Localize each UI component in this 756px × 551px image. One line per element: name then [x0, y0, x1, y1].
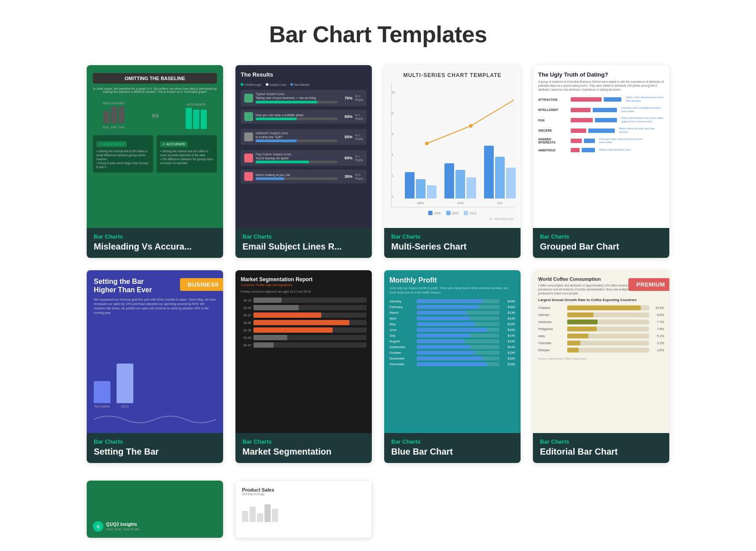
card-footer-monthly: Bar Charts Blue Bar Chart [384, 433, 521, 463]
card-thumb-editorial: PREMIUM World Coffee Consumption Coffee … [533, 270, 669, 433]
card-email[interactable]: The Results Clickthrough Subject Line Ne… [235, 65, 372, 258]
svg-point-1 [469, 124, 473, 128]
q1-title: Q1/Q2 Insights [106, 522, 139, 527]
business-badge: BUSINESS [180, 278, 223, 291]
card-footer-setting: Bar Charts Setting The Bar [87, 433, 223, 463]
card-title: Grouped Bar Chart [540, 242, 662, 252]
svg-point-0 [425, 142, 429, 145]
card-thumb-dating: The Ugly Truth of Dating? A group of stu… [533, 65, 669, 228]
card-title: Setting The Bar [94, 447, 216, 457]
product-sub: Monthly Average [242, 492, 365, 496]
card-title: Email Subject Lines R... [242, 242, 365, 252]
card-category: Bar Charts [242, 438, 365, 445]
card-title: Blue Bar Chart [391, 447, 514, 457]
card-thumb-email: The Results Clickthrough Subject Line Ne… [235, 65, 372, 228]
card-setting[interactable]: BUSINESS Setting the BarHigher Than Ever… [87, 270, 223, 463]
page-title: Bar Chart Templates [0, 0, 756, 65]
card-footer-market: Bar Charts Market Segmentation [235, 433, 372, 463]
card-multiseries[interactable]: MULTI-SERIES CHART TEMPLATE 0 2 4 6 8 10 [384, 65, 521, 258]
q1-sub: Year Over Year Profit [106, 527, 139, 531]
card-footer-email: Bar Charts Email Subject Lines R... [235, 228, 372, 258]
card-footer-editorial: Bar Charts Editorial Bar Chart [533, 433, 669, 463]
card-thumb-multiseries: MULTI-SERIES CHART TEMPLATE 0 2 4 6 8 10 [384, 65, 521, 228]
cards-grid: OMITTING THE BASELINE In most cases, the… [0, 65, 756, 481]
product-title: Product Sales [242, 487, 365, 492]
card-category: Bar Charts [391, 438, 514, 445]
card-category: Bar Charts [94, 438, 216, 445]
card-category: Bar Charts [94, 233, 216, 240]
card-category: Bar Charts [540, 233, 662, 240]
card-title: Multi-Series Chart [391, 242, 514, 252]
card-category: Bar Charts [391, 233, 514, 240]
card-category: Bar Charts [242, 233, 365, 240]
card-thumb-monthly: Monthly Profit June was our lowest month… [384, 270, 521, 433]
premium-badge: PREMIUM [628, 278, 669, 291]
partial-cards-grid: Q Q1/Q2 Insights Year Over Year Profit P… [0, 481, 756, 551]
card-footer-misleading: Bar Charts Misleading Vs Accura... [87, 228, 223, 258]
card-editorial[interactable]: PREMIUM World Coffee Consumption Coffee … [533, 270, 669, 463]
card-footer-multiseries: Bar Charts Multi-Series Chart [384, 228, 521, 258]
partial-card-product[interactable]: Product Sales Monthly Average [235, 481, 372, 538]
card-thumb-market: Market Segmentation Report Consumer Prof… [235, 270, 372, 433]
card-monthly[interactable]: Monthly Profit June was our lowest month… [384, 270, 521, 463]
card-category: Bar Charts [540, 438, 662, 445]
partial-card-q1[interactable]: Q Q1/Q2 Insights Year Over Year Profit [87, 481, 223, 538]
card-misleading[interactable]: OMITTING THE BASELINE In most cases, the… [87, 65, 223, 258]
card-dating[interactable]: The Ugly Truth of Dating? A group of stu… [533, 65, 669, 258]
card-market[interactable]: Market Segmentation Report Consumer Prof… [235, 270, 372, 463]
card-title: Editorial Bar Chart [540, 447, 662, 457]
card-footer-dating: Bar Charts Grouped Bar Chart [533, 228, 669, 258]
card-thumb-misleading: OMITTING THE BASELINE In most cases, the… [87, 65, 223, 228]
card-thumb-setting: BUSINESS Setting the BarHigher Than Ever… [87, 270, 223, 433]
card-title: Misleading Vs Accura... [94, 242, 216, 252]
card-title: Market Segmentation [242, 447, 365, 457]
